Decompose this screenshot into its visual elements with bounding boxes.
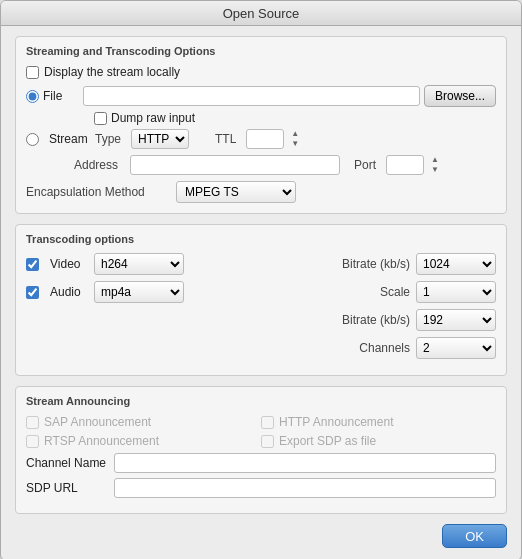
rtsp-row: RTSP Announcement [26,434,261,448]
file-radio[interactable] [26,90,39,103]
http-announce-row: HTTP Announcement [261,415,496,429]
video-row: Video h264 [26,253,296,275]
file-path-input[interactable]: /Users/dy/Desktop/vlc-output.mp4 [83,86,420,106]
scale-row: Scale 1 [316,281,496,303]
audio-codec-select[interactable]: mp4a [94,281,184,303]
file-row: File /Users/dy/Desktop/vlc-output.mp4 Br… [26,85,496,107]
bitrate-audio-row: Bitrate (kb/s) 192 [316,309,496,331]
trans-right: Bitrate (kb/s) 1024 Scale 1 Bi [316,253,496,365]
transcoding-section: Transcoding options Video h264 Audio [15,224,507,376]
bitrate-video-label: Bitrate (kb/s) [342,257,410,271]
port-down-arrow[interactable]: ▼ [431,165,439,175]
type-select[interactable]: HTTP [131,129,189,149]
display-local-row: Display the stream locally [26,65,496,79]
streaming-section: Streaming and Transcoding Options Displa… [15,36,507,214]
ttl-up-arrow[interactable]: ▲ [291,129,299,139]
open-source-window: Open Source Streaming and Transcoding Op… [0,0,522,559]
display-local-checkbox[interactable] [26,66,39,79]
bitrate-audio-label: Bitrate (kb/s) [342,313,410,327]
announcing-section-title: Stream Announcing [26,395,496,407]
sap-label: SAP Announcement [44,415,151,429]
ok-row: OK [15,524,507,548]
rtsp-label: RTSP Announcement [44,434,159,448]
stream-radio-label: Stream [49,132,89,146]
sdp-url-label: SDP URL [26,481,114,495]
port-input[interactable]: 1234 [386,155,424,175]
scale-label: Scale [380,285,410,299]
port-label: Port [354,158,376,172]
transcoding-grid: Video h264 Audio mp4a [26,253,496,365]
stream-row: Stream Type HTTP TTL 1 ▲ ▼ [26,129,496,149]
video-label: Video [50,257,88,271]
ttl-input[interactable]: 1 [246,129,284,149]
window-title: Open Source [223,6,300,21]
streaming-section-title: Streaming and Transcoding Options [26,45,496,57]
encap-select[interactable]: MPEG TS [176,181,296,203]
audio-row: Audio mp4a [26,281,296,303]
http-announce-checkbox[interactable] [261,416,274,429]
bitrate-video-row: Bitrate (kb/s) 1024 [316,253,496,275]
announce-grid: SAP Announcement RTSP Announcement HTTP … [26,415,496,453]
port-up-arrow[interactable]: ▲ [431,155,439,165]
announcing-section: Stream Announcing SAP Announcement RTSP … [15,386,507,514]
rtsp-checkbox[interactable] [26,435,39,448]
browse-button[interactable]: Browse... [424,85,496,107]
address-row: Address Port 1234 ▲ ▼ [74,155,496,175]
sap-checkbox[interactable] [26,416,39,429]
ttl-down-arrow[interactable]: ▼ [291,139,299,149]
channel-name-row: Channel Name [26,453,496,473]
bitrate-audio-select[interactable]: 192 [416,309,496,331]
transcoding-section-title: Transcoding options [26,233,496,245]
sap-row: SAP Announcement [26,415,261,429]
titlebar: Open Source [1,1,521,26]
address-label: Address [74,158,124,172]
audio-label: Audio [50,285,88,299]
sdp-url-input[interactable] [114,478,496,498]
ttl-label: TTL [215,132,236,146]
channels-select[interactable]: 2 [416,337,496,359]
file-radio-label: File [43,89,83,103]
bitrate-video-select[interactable]: 1024 [416,253,496,275]
export-sdp-row: Export SDP as file [261,434,496,448]
ok-button[interactable]: OK [442,524,507,548]
channel-name-label: Channel Name [26,456,114,470]
channels-label: Channels [359,341,410,355]
channel-name-input[interactable] [114,453,496,473]
scale-select[interactable]: 1 [416,281,496,303]
video-checkbox[interactable] [26,258,39,271]
audio-checkbox[interactable] [26,286,39,299]
encap-row: Encapsulation Method MPEG TS [26,181,496,203]
address-input[interactable] [130,155,340,175]
type-label: Type [95,132,121,146]
dump-raw-label: Dump raw input [111,111,195,125]
announce-left-col: SAP Announcement RTSP Announcement [26,415,261,453]
encap-label: Encapsulation Method [26,185,166,199]
stream-radio[interactable] [26,133,39,146]
sdp-url-row: SDP URL [26,478,496,498]
dump-raw-checkbox[interactable] [94,112,107,125]
trans-left: Video h264 Audio mp4a [26,253,296,365]
http-announce-label: HTTP Announcement [279,415,394,429]
export-sdp-checkbox[interactable] [261,435,274,448]
channels-row: Channels 2 [316,337,496,359]
announce-right-col: HTTP Announcement Export SDP as file [261,415,496,453]
video-codec-select[interactable]: h264 [94,253,184,275]
display-local-label: Display the stream locally [44,65,180,79]
export-sdp-label: Export SDP as file [279,434,376,448]
dump-raw-row: Dump raw input [94,111,496,125]
